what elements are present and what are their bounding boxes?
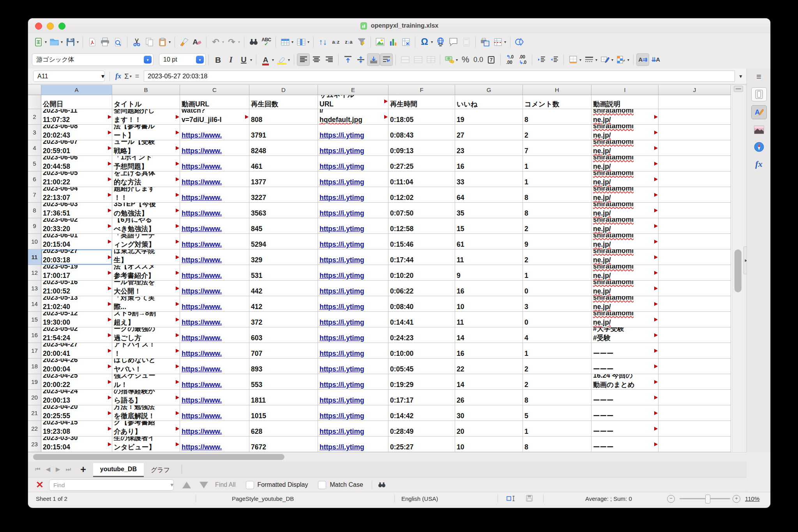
properties-deck-icon[interactable]: A: [751, 105, 767, 119]
cell-B15[interactable]: スト5割→8割超え】: [112, 312, 180, 327]
cell-H12[interactable]: 1: [523, 265, 591, 281]
decrease-indent-button[interactable]: [548, 53, 561, 66]
cell-F16[interactable]: 0:24:23: [388, 327, 455, 343]
bold-button[interactable]: B: [212, 53, 224, 66]
cell-J17[interactable]: [659, 343, 731, 359]
cell-I19[interactable]: 16.24 今回の動画のまとめ: [591, 374, 659, 390]
cell-C4[interactable]: https://www.: [180, 140, 249, 156]
function-wizard-icon[interactable]: fx: [115, 72, 121, 80]
cell-H17[interactable]: 1: [523, 343, 591, 359]
formula-equals-icon[interactable]: =: [135, 72, 139, 80]
autofilter-button[interactable]: [355, 36, 368, 48]
align-left-button[interactable]: [297, 53, 310, 66]
cell-H21[interactable]: 5: [523, 405, 591, 421]
cell-A5[interactable]: 2023-06-0620:44:58: [41, 156, 112, 171]
row-header-17[interactable]: 17: [28, 343, 41, 359]
cell-I2[interactable]: shiratamomine.jp/: [591, 109, 659, 125]
cell-E11[interactable]: https://i.ytimg: [318, 249, 388, 265]
row-header-22[interactable]: 22: [28, 421, 41, 437]
cell-B23[interactable]: 生の保護者インタビュー】: [112, 437, 180, 452]
cell-A7[interactable]: 2023-06-0422:13:07: [41, 187, 112, 203]
cell-B18[interactable]: はじめないとヤバい！: [112, 359, 180, 374]
sheet-count[interactable]: Sheet 1 of 2: [36, 495, 67, 502]
cell-C10[interactable]: https://www.: [180, 234, 249, 249]
cell-J7[interactable]: [659, 187, 731, 203]
save-button[interactable]: [64, 36, 77, 48]
cell-E2[interactable]: i/hqdefault.jpg: [318, 109, 388, 125]
cell-D8[interactable]: 3563: [249, 203, 318, 218]
cell-B10[interactable]: 「英語リーディング対策】: [112, 234, 180, 249]
cell-G17[interactable]: 16: [455, 343, 523, 359]
row-header-13[interactable]: 13: [28, 281, 41, 296]
underline-button[interactable]: U: [237, 53, 250, 66]
cell-B2[interactable]: 全問題紹介します！！: [112, 109, 180, 125]
cell-B1[interactable]: タイトル: [112, 95, 180, 109]
cell-D6[interactable]: 1377: [249, 171, 318, 187]
cell-A16[interactable]: 2023-05-0221:54:24: [41, 327, 112, 343]
cell-E12[interactable]: https://i.ytimg: [318, 265, 388, 281]
cell-E15[interactable]: https://i.ytimg: [318, 312, 388, 327]
cell-I14[interactable]: shiratamomine.jp/: [591, 296, 659, 312]
print-area-button[interactable]: [478, 36, 491, 48]
horizontal-scrollbar[interactable]: [28, 452, 747, 462]
cell-E1[interactable]: サムネイルURL: [318, 95, 388, 109]
column-header-J[interactable]: J: [659, 85, 731, 95]
cell-I13[interactable]: shiratamomine.jp/: [591, 281, 659, 296]
cell-G10[interactable]: 61: [455, 234, 523, 249]
cell-E9[interactable]: https://i.ytimg: [318, 218, 388, 234]
cell-D2[interactable]: 808: [249, 109, 318, 125]
cell-J9[interactable]: [659, 218, 731, 234]
cell-C14[interactable]: https://www.: [180, 296, 249, 312]
cell-A19[interactable]: 2023-04-2520:00:22: [41, 374, 112, 390]
highlight-color-button[interactable]: [275, 53, 288, 66]
cell-A13[interactable]: 2023-05-1621:00:52: [41, 281, 112, 296]
merge-center-cells-button[interactable]: [399, 53, 411, 66]
insert-columns-button[interactable]: [295, 36, 307, 48]
cell-I12[interactable]: shiratamomine.jp/: [591, 265, 659, 281]
cell-J8[interactable]: [659, 203, 731, 218]
cell-E3[interactable]: https://i.ytimg: [318, 125, 388, 140]
cell-A14[interactable]: 2023-05-1321:02:40: [41, 296, 112, 312]
cell-D10[interactable]: 5294: [249, 234, 318, 249]
insert-rows-button[interactable]: [279, 36, 291, 48]
cell-G6[interactable]: 33: [455, 171, 523, 187]
wrap-text-button[interactable]: [380, 53, 393, 66]
cell-H4[interactable]: 7: [523, 140, 591, 156]
cell-J14[interactable]: [659, 296, 731, 312]
column-header-D[interactable]: D: [249, 85, 318, 95]
cell-A20[interactable]: 2023-04-2420:00:13: [41, 390, 112, 405]
cell-G11[interactable]: 11: [455, 249, 523, 265]
text-language[interactable]: English (USA): [401, 495, 438, 502]
cell-D19[interactable]: 553: [249, 374, 318, 390]
row-header-21[interactable]: 21: [28, 405, 41, 421]
cell-G20[interactable]: 26: [455, 390, 523, 405]
cell-G7[interactable]: 64: [455, 187, 523, 203]
cell-E6[interactable]: https://i.ytimg: [318, 171, 388, 187]
column-header-I[interactable]: I: [591, 85, 659, 95]
selection-mode-icon[interactable]: [507, 495, 517, 502]
cell-B3[interactable]: 法【参考書ルート】: [112, 125, 180, 140]
borders-button[interactable]: [567, 53, 579, 66]
cell-F4[interactable]: 0:09:13: [388, 140, 455, 156]
border-style-button[interactable]: [583, 53, 595, 66]
column-header-E[interactable]: E: [318, 85, 388, 95]
gallery-icon[interactable]: [752, 123, 766, 136]
cell-F22[interactable]: 0:28:49: [388, 421, 455, 437]
cell-E7[interactable]: https://i.ytimg: [318, 187, 388, 203]
cell-D1[interactable]: 再生回数: [249, 95, 318, 109]
sort-descending-button[interactable]: z↓a: [342, 36, 355, 48]
cell-H9[interactable]: 2: [523, 218, 591, 234]
row-header-14[interactable]: 14: [28, 296, 41, 312]
vertical-scrollbar[interactable]: [732, 85, 745, 452]
cell-F14[interactable]: 0:08:40: [388, 296, 455, 312]
cell-F8[interactable]: 0:07:50: [388, 203, 455, 218]
cell-I1[interactable]: 動画説明: [591, 95, 659, 109]
pivot-table-button[interactable]: [399, 36, 412, 48]
cell-I16[interactable]: #大学受験#受験: [591, 327, 659, 343]
align-top-button[interactable]: [341, 53, 354, 66]
cell-B13[interactable]: ール管理法を大公開！: [112, 281, 180, 296]
column-header-G[interactable]: G: [455, 85, 523, 95]
grid-corner[interactable]: [28, 85, 41, 95]
delete-decimal-button[interactable]: .00↳.0: [516, 53, 529, 66]
cell-D20[interactable]: 1811: [249, 390, 318, 405]
